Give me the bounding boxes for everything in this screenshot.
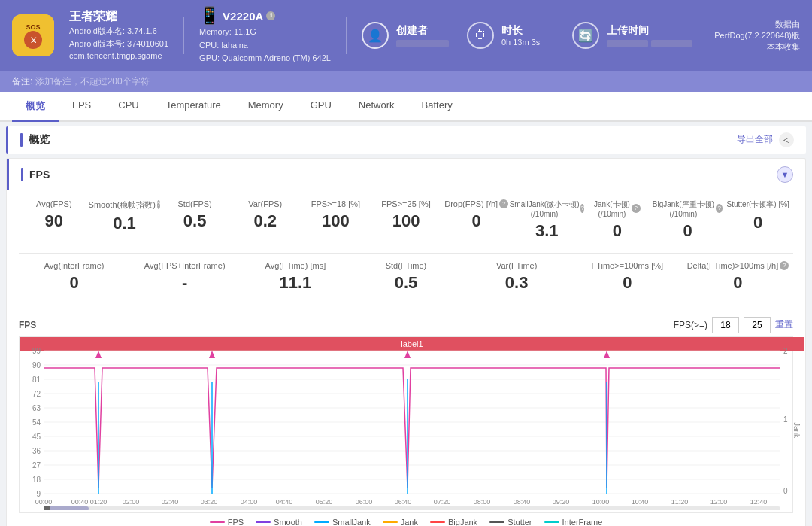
notes-bar: 备注: 添加备注，不超过200个字符 [0,71,812,92]
fps-title: FPS [29,169,50,181]
svg-text:00:00: 00:00 [35,498,53,506]
fps-gte-input2[interactable] [744,317,771,333]
svg-text:02:40: 02:40 [162,498,179,506]
legend-interframe: InterFrame [544,518,603,526]
stat-smooth: Smooth(稳帧指数)? 0.1 [89,199,160,241]
stats-divider [19,253,793,254]
collapse-button[interactable]: ◁ [779,132,794,147]
chart-area: FPS FPS(>=) 重置 label1 [7,311,805,526]
svg-text:27: 27 [32,461,41,470]
stat-fps-gte18: FPS>=18 [%] 100 [301,199,371,241]
svg-text:63: 63 [32,404,41,412]
fps-gte-input1[interactable] [712,317,739,333]
legend-smooth-dot [256,521,271,523]
svg-text:SOS: SOS [26,23,40,31]
stat-std-ftime: Std(FTime) 0.5 [350,261,461,293]
svg-text:Jank: Jank [792,422,801,439]
svg-text:09:20: 09:20 [553,498,570,506]
duration-value: 0h 13m 3s [501,38,540,47]
stat-bigjank: BigJank(严重卡顿)(/10min)? 0 [653,199,723,241]
bigjank-help-icon[interactable]: ? [716,204,723,213]
nav-item-temperature[interactable]: Temperature [153,92,235,122]
upload-value1 [607,40,648,47]
creator-text: 创建者 [396,24,449,47]
device-name: 📱 V2220A ℹ [199,6,331,26]
drop-help-icon[interactable]: ? [499,199,508,208]
chart-header: FPS FPS(>=) 重置 [19,317,793,333]
overview-title: 概览 [29,133,50,147]
nav-item-gpu[interactable]: GPU [297,92,345,122]
stat-avg-fps: Avg(FPS) 90 [19,199,89,241]
legend-bigjank-label: BigJank [448,518,477,526]
nav-item-memory[interactable]: Memory [235,92,297,122]
svg-text:08:40: 08:40 [514,498,531,506]
delta-help-icon[interactable]: ? [780,261,789,270]
legend-stutter-label: Stutter [508,518,532,526]
upload-label: 上传时间 [607,24,692,38]
jank-help-icon[interactable]: ? [632,204,641,213]
device-info-icon[interactable]: ℹ [266,11,275,20]
svg-text:10:00: 10:00 [592,498,610,506]
duration-text: 时长 0h 13m 3s [501,24,540,47]
chart-legend: FPS Smooth SmallJank Jank BigJank Stutte… [19,513,793,526]
stat-avg-fps-interframe: Avg(FPS+InterFrame) - [129,261,240,293]
legend-fps-label: FPS [228,518,244,526]
legend-fps: FPS [210,518,244,526]
legend-jank: Jank [383,518,418,526]
nav-item-network[interactable]: Network [345,92,408,122]
legend-smalljank-label: SmallJank [332,518,371,526]
divider1 [183,17,184,54]
svg-text:06:00: 06:00 [356,498,373,506]
device-memory: Memory: 11.1G [199,26,331,39]
svg-rect-62 [44,506,780,510]
nav-item-cpu[interactable]: CPU [105,92,152,122]
nav-item-battery[interactable]: Battery [408,92,466,122]
svg-text:72: 72 [32,390,41,398]
chart-controls: FPS(>=) 重置 [674,317,793,333]
chart-fps-label: FPS [19,320,36,330]
legend-jank-dot [383,521,398,523]
svg-text:⚔: ⚔ [30,36,37,44]
duration-stat: ⏱ 时长 0h 13m 3s [467,22,557,49]
upload-stat: 🔄 上传时间 [572,22,692,49]
svg-text:36: 36 [32,447,41,455]
stats-row-2: Avg(InterFrame) 0 Avg(FPS+InterFrame) - … [19,261,793,293]
fps-section-header: FPS ▼ [7,159,805,190]
creator-stat: 👤 创建者 [362,22,452,49]
legend-smalljank: SmallJank [314,518,371,526]
legend-bigjank-dot [430,521,445,523]
svg-text:90: 90 [32,361,41,369]
fps-chart[interactable]: label1 99 90 81 72 63 [19,336,793,513]
fps-chart-svg: label1 99 90 81 72 63 [20,337,804,510]
reset-button[interactable]: 重置 [775,318,793,331]
upload-icon: 🔄 [572,22,599,49]
android-code: Android版本号: 374010601 [69,38,168,50]
notes-placeholder[interactable]: 添加备注，不超过200个字符 [35,76,150,87]
svg-text:08:00: 08:00 [474,498,491,506]
svg-text:2: 2 [783,347,788,355]
legend-bigjank: BigJank [430,518,477,526]
stat-var-ftime: Var(FTime) 0.3 [462,261,572,293]
legend-stutter-dot [489,521,504,523]
svg-text:11:20: 11:20 [671,498,689,506]
nav-item-overview[interactable]: 概览 [12,92,59,122]
stat-avg-interframe: Avg(InterFrame) 0 [19,261,129,293]
header: SOS ⚔ 王者荣耀 Android版本名: 3.74.1.6 Android版… [0,0,812,71]
svg-text:54: 54 [32,418,41,427]
legend-fps-dot [210,521,225,523]
app-icon: SOS ⚔ [12,14,54,56]
svg-text:label1: label1 [401,339,423,348]
svg-text:99: 99 [32,347,41,355]
stat-fps-gte25: FPS>=25 [%] 100 [371,199,441,241]
stat-stutter: Stutter(卡顿率) [%] 0 [723,199,793,241]
nav-bar: 概览 FPS CPU Temperature Memory GPU Networ… [0,92,812,122]
device-gpu: GPU: Qualcomm Adreno (TM) 642L [199,52,331,65]
nav-item-fps[interactable]: FPS [59,92,105,122]
svg-text:0: 0 [783,487,788,495]
svg-text:81: 81 [32,375,41,384]
fps-border [21,168,23,181]
export-button[interactable]: 导出全部 [737,133,773,146]
stat-drop-fps: Drop(FPS) [/h]? 0 [441,199,512,241]
fps-toggle-button[interactable]: ▼ [777,166,793,183]
notes-label: 备注: [12,76,32,87]
